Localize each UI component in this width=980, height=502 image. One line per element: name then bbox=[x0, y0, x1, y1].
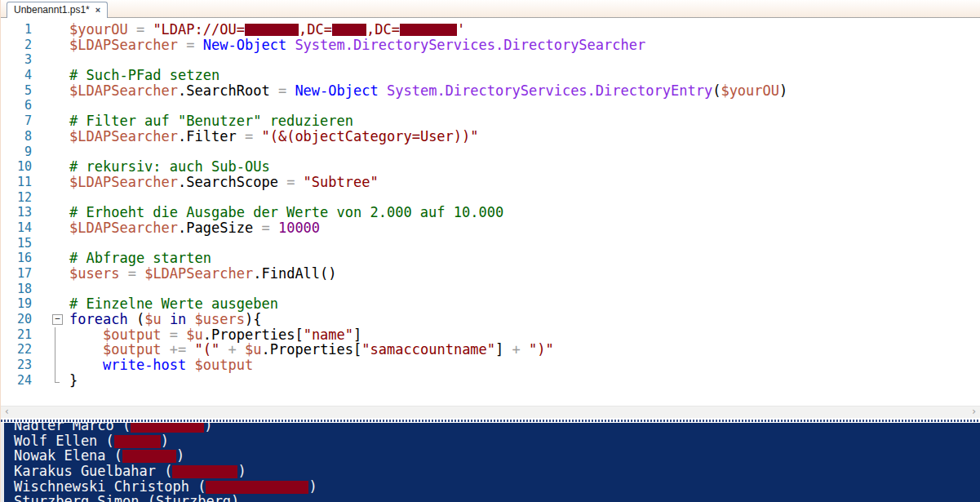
scrollbar-left-arrow-icon[interactable]: ‹ bbox=[5, 406, 9, 417]
fold-column bbox=[32, 83, 68, 99]
line-number: 17 bbox=[1, 266, 32, 282]
code-token: ] bbox=[495, 341, 512, 358]
line-number: 8 bbox=[1, 129, 32, 144]
code-token: System.DirectoryServices.DirectoryEntry bbox=[387, 82, 712, 99]
code-token: # Erhoeht die Ausgabe der Werte von 2.00… bbox=[69, 204, 503, 220]
code-token: = bbox=[245, 128, 261, 144]
fold-column bbox=[32, 159, 68, 175]
editor-horizontal-scrollbar[interactable]: ‹ › bbox=[1, 406, 980, 418]
code-token: in bbox=[170, 311, 186, 327]
fold-column bbox=[32, 342, 68, 358]
code-token: } bbox=[69, 372, 78, 389]
code-line: 10# rekursiv: auch Sub-OUs bbox=[1, 159, 980, 175]
fold-column bbox=[32, 251, 68, 266]
console-output-pane[interactable]: Nadler Marco ()Wolf Ellen ()Nowak Elena … bbox=[1, 423, 980, 502]
code-token: = bbox=[170, 327, 186, 343]
code-token: $LDAPSearcher bbox=[69, 128, 178, 144]
code-token: $LDAPSearcher bbox=[69, 82, 178, 99]
code-text bbox=[68, 282, 69, 297]
editor-tab-bar: Unbenannt1.ps1* × bbox=[1, 0, 980, 18]
code-token: "LDAP://OU= bbox=[153, 21, 245, 38]
console-lines: Nadler Marco ()Wolf Ellen ()Nowak Elena … bbox=[14, 423, 980, 502]
redaction-box bbox=[206, 481, 308, 494]
line-number: 16 bbox=[1, 251, 32, 266]
tab-title: Unbenannt1.ps1* bbox=[14, 4, 90, 16]
fold-column bbox=[32, 282, 68, 297]
code-text bbox=[68, 190, 69, 206]
script-editor-pane[interactable]: 1$yourOU = "LDAP://OU=,DC=,DC='2$LDAPSea… bbox=[1, 18, 980, 406]
line-number: 13 bbox=[1, 205, 32, 220]
code-token: = bbox=[128, 265, 144, 282]
code-text: # Such-PFad setzen bbox=[68, 68, 220, 83]
code-line: 9 bbox=[1, 144, 980, 160]
code-token: = bbox=[278, 82, 295, 99]
code-token: New-Object bbox=[203, 37, 295, 53]
fold-column: − bbox=[32, 312, 68, 327]
code-token: write-host bbox=[103, 357, 195, 373]
code-token: ' bbox=[457, 21, 465, 38]
code-token: .SearchScope bbox=[178, 174, 286, 190]
code-line: 18 bbox=[1, 282, 980, 297]
redaction-box bbox=[131, 423, 204, 433]
line-number: 24 bbox=[1, 373, 32, 389]
code-token: # rekursiv: auch Sub-OUs bbox=[69, 158, 270, 175]
scrollbar-right-arrow-icon[interactable]: › bbox=[972, 406, 976, 417]
code-token: "name" bbox=[304, 327, 353, 343]
code-token: # Einzelne Werte ausgeben bbox=[69, 295, 278, 312]
code-line: 4# Such-PFad setzen bbox=[1, 68, 980, 83]
code-token bbox=[69, 341, 103, 358]
code-token: $yourOU bbox=[721, 82, 779, 99]
code-line: 14$LDAPSearcher.PageSize = 10000 bbox=[1, 220, 980, 236]
code-text bbox=[68, 98, 69, 113]
code-token: Sturzberg Simon (Sturzberg) bbox=[14, 493, 239, 502]
fold-column bbox=[32, 22, 68, 38]
code-line: 5$LDAPSearcher.SearchRoot = New-Object S… bbox=[1, 83, 980, 99]
code-token: = bbox=[286, 174, 303, 190]
code-token: .FindAll() bbox=[253, 265, 336, 282]
fold-collapse-icon[interactable]: − bbox=[52, 314, 63, 325]
code-token: Nowak Elena ( bbox=[14, 447, 122, 464]
code-token: $LDAPSearcher bbox=[144, 265, 253, 282]
line-number: 12 bbox=[1, 190, 32, 206]
code-line: 8$LDAPSearcher.Filter = "(&(objectCatego… bbox=[1, 129, 980, 144]
code-token: $output bbox=[103, 327, 170, 343]
console-line: Karakus Guelbahar () bbox=[14, 464, 980, 479]
line-number: 2 bbox=[1, 38, 32, 53]
code-text: # rekursiv: auch Sub-OUs bbox=[68, 159, 270, 175]
code-token: Wolf Ellen ( bbox=[14, 433, 114, 449]
code-token: = bbox=[186, 37, 202, 53]
code-token bbox=[69, 357, 103, 373]
code-line: 20−foreach ($u in $users){ bbox=[1, 312, 980, 327]
code-token: ,DC= bbox=[366, 21, 400, 38]
code-line: 2$LDAPSearcher = New-Object System.Direc… bbox=[1, 38, 980, 53]
console-line: Wolf Ellen () bbox=[14, 433, 980, 449]
code-token bbox=[162, 311, 170, 327]
code-text: $LDAPSearcher.Filter = "(&(objectCategor… bbox=[68, 129, 479, 144]
code-token: $LDAPSearcher bbox=[69, 37, 186, 53]
code-text: $output = $u.Properties["name"] bbox=[68, 327, 361, 343]
code-token: .Filter bbox=[178, 128, 245, 144]
tab-close-icon[interactable]: × bbox=[95, 6, 100, 15]
fold-column bbox=[32, 327, 68, 343]
redaction-box bbox=[114, 435, 161, 448]
code-token: + bbox=[512, 341, 529, 358]
code-token: ) bbox=[237, 463, 246, 479]
code-token: ) bbox=[161, 433, 169, 449]
code-token: = bbox=[261, 220, 277, 236]
code-token: = bbox=[136, 21, 153, 38]
code-text: $output += "(" + $u.Properties["samaccou… bbox=[68, 342, 554, 358]
line-number: 22 bbox=[1, 342, 32, 358]
line-number: 15 bbox=[1, 236, 32, 251]
code-token: ) bbox=[779, 82, 787, 99]
code-text bbox=[68, 52, 69, 68]
code-text: # Einzelne Werte ausgeben bbox=[68, 296, 278, 312]
code-line: 13# Erhoeht die Ausgabe der Werte von 2.… bbox=[1, 205, 980, 220]
code-line: 24} bbox=[1, 373, 980, 389]
code-line: 7# Filter auf "Benutzer" reduzieren bbox=[1, 113, 980, 129]
fold-column bbox=[32, 68, 68, 83]
code-token: "(" bbox=[195, 341, 220, 358]
code-token: $users bbox=[69, 265, 128, 282]
tab-unbenannt1[interactable]: Unbenannt1.ps1* × bbox=[7, 2, 108, 18]
code-token: $LDAPSearcher bbox=[69, 220, 178, 236]
code-token: $output bbox=[103, 341, 170, 358]
